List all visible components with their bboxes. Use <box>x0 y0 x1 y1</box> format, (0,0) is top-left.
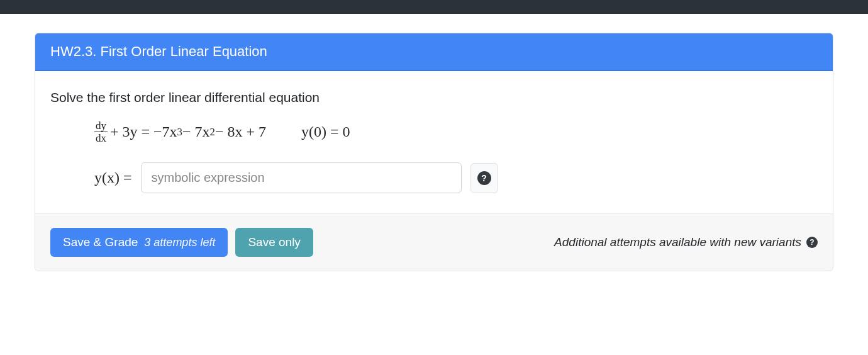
help-icon: ? <box>477 171 491 185</box>
card-body: Solve the first order linear differentia… <box>35 71 833 213</box>
eq-part-2: − 7x <box>182 123 210 140</box>
answer-row: y(x) = ? <box>50 162 818 193</box>
attempts-left-text: 3 attempts left <box>144 236 215 249</box>
footer-variants-note: Additional attempts available with new v… <box>554 235 818 249</box>
answer-input[interactable] <box>141 162 462 193</box>
equation-row: dy dx + 3y = −7x3 − 7x2 − 8x + 7 y(0) = … <box>50 120 818 144</box>
save-only-button[interactable]: Save only <box>235 228 313 257</box>
top-nav-bar <box>0 0 868 14</box>
question-title: HW2.3. First Order Linear Equation <box>50 43 267 59</box>
answer-label: y(x) = <box>94 169 132 186</box>
card-header: HW2.3. First Order Linear Equation <box>35 33 833 71</box>
save-grade-label: Save & Grade <box>63 235 138 249</box>
eq-part-1: + 3y = −7x <box>110 123 177 140</box>
differential-equation: dy dx + 3y = −7x3 − 7x2 − 8x + 7 <box>94 120 266 144</box>
fraction-denominator: dx <box>96 132 106 144</box>
eq-part-3: − 8x + 7 <box>215 123 266 140</box>
initial-condition: y(0) = 0 <box>301 123 350 140</box>
info-icon[interactable]: ? <box>806 237 818 248</box>
save-and-grade-button[interactable]: Save & Grade 3 attempts left <box>50 228 228 257</box>
question-card: HW2.3. First Order Linear Equation Solve… <box>35 33 833 271</box>
fraction-numerator: dy <box>94 120 108 132</box>
question-prompt: Solve the first order linear differentia… <box>50 90 818 105</box>
fraction-dy-dx: dy dx <box>94 120 108 144</box>
card-footer: Save & Grade 3 attempts left Save only A… <box>35 213 833 271</box>
variants-text: Additional attempts available with new v… <box>554 235 801 249</box>
page-container: HW2.3. First Order Linear Equation Solve… <box>0 14 868 290</box>
help-button[interactable]: ? <box>470 163 498 193</box>
save-only-label: Save only <box>248 235 300 249</box>
